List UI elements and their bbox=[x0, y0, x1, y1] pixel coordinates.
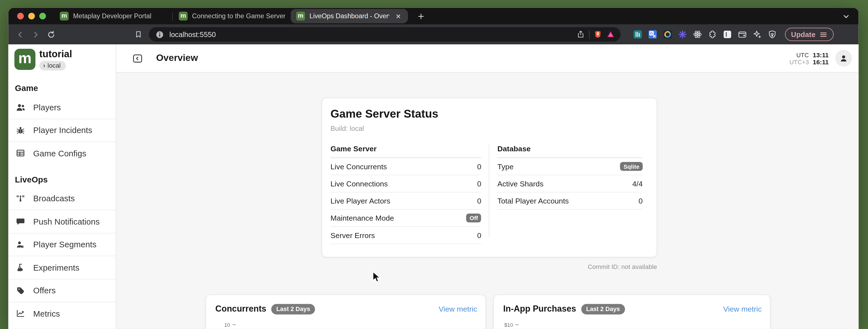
white-panel-extension-icon[interactable] bbox=[722, 29, 733, 39]
sidebar: m tutorial › local GamePlayersPlayer Inc… bbox=[8, 44, 116, 329]
sidebar-item-label: Player Incidents bbox=[33, 126, 92, 135]
leo-ai-sparkle-icon[interactable] bbox=[752, 29, 763, 39]
tab-title: Connecting to the Game Server | bbox=[192, 12, 285, 20]
color-wheel-extension-icon[interactable] bbox=[663, 29, 673, 39]
metaplay-favicon: m bbox=[296, 11, 305, 21]
sidebar-item-player-segments[interactable]: Player Segments bbox=[8, 233, 116, 256]
brave-rewards-icon[interactable] bbox=[606, 30, 615, 39]
reload-icon bbox=[46, 30, 56, 39]
y-axis-tick-label: 10 bbox=[224, 322, 230, 328]
sidebar-item-metrics[interactable]: Metrics bbox=[8, 302, 116, 325]
page-title: Overview bbox=[156, 53, 198, 64]
status-row-label: Type bbox=[497, 162, 514, 171]
status-row-label: Maintenance Mode bbox=[331, 214, 394, 222]
browser-tab-metaplay-developer-portal[interactable]: mMetaplay Developer Portal bbox=[54, 9, 172, 23]
clock: UTC 13:11 UTC+3 16:11 bbox=[789, 51, 829, 65]
bookmark-icon bbox=[134, 30, 143, 39]
sidebar-item-push-notifications[interactable]: Push Notifications bbox=[8, 210, 116, 233]
chevron-down-icon bbox=[842, 12, 850, 20]
status-row-label: Live Player Actors bbox=[331, 196, 390, 205]
clock-local-time: 16:11 bbox=[813, 58, 829, 65]
flower-extension-icon[interactable] bbox=[708, 29, 717, 39]
divider bbox=[589, 30, 589, 39]
purple-burst-extension-icon[interactable] bbox=[678, 29, 688, 39]
sidebar-item-players[interactable]: Players bbox=[8, 96, 116, 119]
brand: m tutorial › local bbox=[8, 44, 116, 73]
view-metric-link[interactable]: View metric bbox=[723, 305, 762, 313]
sidebar-item-game-configs[interactable]: Game Configs bbox=[8, 142, 116, 165]
logo-letter: m bbox=[18, 51, 31, 66]
brave-shield-icon[interactable] bbox=[593, 30, 602, 39]
url-bar-actions bbox=[576, 30, 615, 39]
tab-title: LiveOps Dashboard - Overvie bbox=[309, 12, 389, 20]
person-tag-icon bbox=[15, 239, 26, 250]
status-row-label: Live Concurrents bbox=[331, 162, 387, 171]
sidebar-item-broadcasts[interactable]: Broadcasts bbox=[8, 187, 116, 210]
y-axis-tick-label: $10 bbox=[504, 322, 513, 328]
status-row-live-concurrents: Live Concurrents0 bbox=[331, 158, 482, 175]
status-row-label: Total Player Accounts bbox=[497, 196, 569, 205]
wallet-extension-icon[interactable] bbox=[738, 29, 747, 39]
sidebar-item-label: Push Notifications bbox=[33, 217, 100, 226]
status-row-value: 0 bbox=[639, 196, 643, 205]
back-arrow-icon bbox=[15, 30, 25, 39]
sidebar-item-label: Broadcasts bbox=[33, 194, 75, 203]
commit-id-note: Commit ID: not available bbox=[322, 263, 657, 270]
google-translate-extension-icon[interactable]: G bbox=[648, 29, 658, 39]
sidebar-section-title-liveops: LiveOps bbox=[8, 165, 116, 187]
site-info-icon[interactable] bbox=[155, 30, 164, 39]
update-label: Update bbox=[791, 30, 815, 39]
new-tab-button[interactable] bbox=[415, 10, 427, 22]
environment-badge[interactable]: › local bbox=[39, 61, 66, 71]
zoom-window-button[interactable] bbox=[39, 12, 46, 19]
clock-utc-label: UTC bbox=[796, 51, 809, 58]
flask-icon bbox=[15, 262, 26, 273]
sidebar-item-player-incidents[interactable]: Player Incidents bbox=[8, 119, 116, 142]
bookmark-button[interactable] bbox=[131, 27, 146, 42]
collapse-sidebar-button[interactable] bbox=[131, 52, 143, 64]
status-row-type: TypeSqlite bbox=[497, 158, 643, 175]
table-grid-icon bbox=[15, 148, 26, 159]
tab-close-button[interactable] bbox=[394, 11, 403, 21]
page-header: Overview UTC 13:11 UTC+3 16:11 bbox=[116, 44, 859, 73]
share-icon[interactable] bbox=[576, 30, 585, 39]
forward-button[interactable] bbox=[28, 27, 42, 42]
reload-button[interactable] bbox=[44, 27, 58, 42]
update-button[interactable]: Update bbox=[785, 28, 834, 41]
sidebar-nav: GamePlayersPlayer IncidentsGame ConfigsL… bbox=[8, 73, 116, 329]
view-metric-link[interactable]: View metric bbox=[439, 305, 477, 313]
sidebar-item-label: Experiments bbox=[33, 263, 80, 272]
status-column-game-server: Game ServerLive Concurrents0Live Connect… bbox=[331, 145, 482, 244]
close-window-button[interactable] bbox=[17, 12, 24, 19]
game-server-status-card: Game Server Status Build: local Game Ser… bbox=[322, 98, 657, 257]
tick-mark bbox=[515, 324, 519, 325]
sidebar-item-experiments[interactable]: Experiments bbox=[8, 256, 116, 279]
panel-collapse-icon bbox=[131, 53, 143, 64]
vpn-shield-icon[interactable] bbox=[767, 29, 777, 39]
browser-tab-connecting-to-the-game-server[interactable]: mConnecting to the Game Server | bbox=[173, 9, 290, 23]
tab-title: Metaplay Developer Portal bbox=[73, 12, 166, 20]
sidebar-item-label: Game Configs bbox=[33, 148, 86, 158]
status-column-title: Database bbox=[497, 145, 643, 158]
teal-bars-extension-icon[interactable] bbox=[633, 29, 643, 39]
main-panel: Overview UTC 13:11 UTC+3 16:11 bbox=[116, 44, 859, 329]
project-name: tutorial bbox=[39, 49, 72, 59]
atom-extension-icon[interactable] bbox=[692, 29, 703, 39]
tab-search-button[interactable] bbox=[842, 12, 859, 20]
metaplay-favicon: m bbox=[179, 11, 188, 21]
page-content: Game Server Status Build: local Game Ser… bbox=[116, 73, 859, 329]
tick-mark bbox=[232, 324, 236, 325]
sidebar-section-liveops: BroadcastsPush NotificationsPlayer Segme… bbox=[8, 187, 116, 325]
sidebar-item-label: Player Segments bbox=[33, 240, 97, 249]
bug-icon bbox=[15, 125, 26, 136]
browser-tab-liveops-dashboard-overvie[interactable]: mLiveOps Dashboard - Overvie bbox=[290, 9, 408, 23]
sidebar-item-offers[interactable]: Offers bbox=[8, 279, 116, 302]
back-button[interactable] bbox=[12, 27, 27, 42]
chat-bubble-icon bbox=[15, 216, 26, 227]
address-bar[interactable]: localhost:5550 bbox=[149, 27, 620, 42]
concurrents-card: ConcurrentsLast 2 DaysView metric10 bbox=[205, 295, 486, 329]
person-icon bbox=[839, 53, 849, 63]
status-row-label: Active Shards bbox=[497, 180, 544, 188]
minimize-window-button[interactable] bbox=[28, 12, 35, 19]
user-avatar[interactable] bbox=[835, 50, 852, 66]
